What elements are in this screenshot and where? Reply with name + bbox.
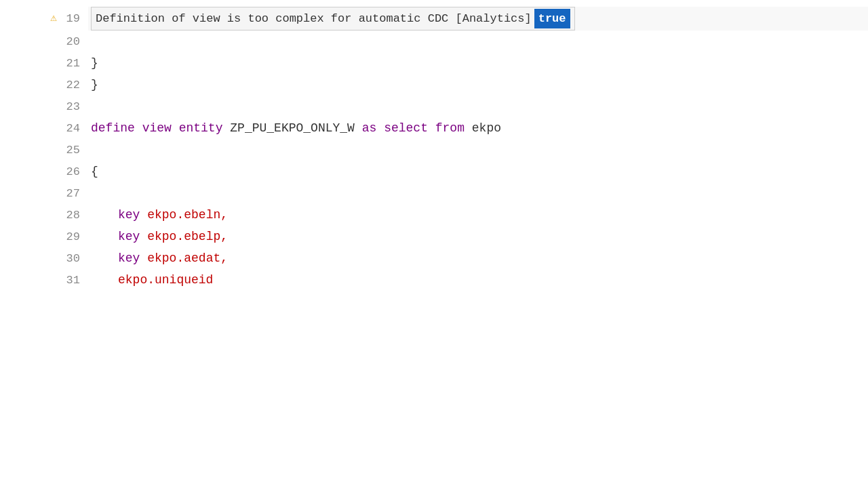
- line-content-30: key ekpo.aedat,: [88, 249, 868, 268]
- open-brace-26: {: [91, 165, 98, 178]
- line-content-24: define view entity ZP_PU_EKPO_ONLY_W as …: [88, 119, 868, 138]
- field-31: ekpo.uniqueid: [118, 273, 213, 287]
- line-number-29: 29: [61, 228, 80, 246]
- keyword-from: from: [435, 121, 465, 135]
- gutter-28: 28: [0, 206, 88, 224]
- keyword-as: as: [362, 121, 377, 135]
- error-tooltip: Definition of view is too complex for au…: [91, 7, 575, 30]
- field-29: ekpo.ebelp,: [147, 230, 228, 243]
- line-number-23: 23: [61, 98, 80, 116]
- line-23: 23: [0, 96, 868, 117]
- line-number-27: 27: [61, 184, 80, 203]
- line-20: 20: [0, 30, 868, 52]
- keyword-view: view: [142, 121, 172, 135]
- gutter-27: 27: [0, 184, 88, 203]
- keyword-key-28: key: [118, 208, 140, 222]
- line-number-28: 28: [61, 206, 80, 224]
- error-message: Definition of view is too complex for au…: [96, 9, 532, 28]
- brace-22: }: [91, 78, 98, 92]
- line-21: 21 }: [0, 52, 868, 74]
- keyword-entity: entity: [179, 121, 223, 135]
- line-number-19: 19: [61, 9, 80, 28]
- line-content-22: }: [88, 75, 868, 95]
- line-31: 31 ekpo.uniqueid: [0, 269, 868, 291]
- keyword-define: define: [91, 121, 135, 135]
- line-25: 25: [0, 139, 868, 161]
- gutter-24: 24: [0, 119, 88, 138]
- line-22: 22 }: [0, 74, 868, 96]
- code-editor: ⚠ 19 Definition of view is too complex f…: [0, 0, 868, 488]
- warning-icon: ⚠: [50, 10, 57, 28]
- gutter-26: 26: [0, 163, 88, 181]
- line-content-29: key ekpo.ebelp,: [88, 227, 868, 247]
- gutter-20: 20: [0, 33, 88, 51]
- field-28: ekpo.ebeln,: [147, 208, 228, 222]
- line-number-31: 31: [61, 271, 80, 289]
- line-number-30: 30: [61, 249, 80, 268]
- entity-name: ZP_PU_EKPO_ONLY_W: [230, 121, 361, 135]
- gutter-29: 29: [0, 228, 88, 246]
- line-28: 28 key ekpo.ebeln,: [0, 204, 868, 226]
- line-24: 24 define view entity ZP_PU_EKPO_ONLY_W …: [0, 117, 868, 139]
- gutter-31: 31: [0, 271, 88, 289]
- true-badge: true: [534, 9, 570, 28]
- line-content-21: }: [88, 54, 868, 73]
- gutter-22: 22: [0, 76, 88, 94]
- line-number-20: 20: [61, 33, 80, 51]
- line-19: ⚠ 19 Definition of view is too complex f…: [0, 7, 868, 30]
- gutter-23: 23: [0, 98, 88, 116]
- line-number-22: 22: [61, 76, 80, 94]
- brace-21: }: [91, 56, 98, 70]
- gutter-21: 21: [0, 54, 88, 73]
- line-content-26: {: [88, 162, 868, 182]
- gutter-30: 30: [0, 249, 88, 268]
- source-table: ekpo: [472, 121, 501, 135]
- field-30: ekpo.aedat,: [147, 251, 228, 265]
- line-content-28: key ekpo.ebeln,: [88, 205, 868, 225]
- line-number-25: 25: [61, 141, 80, 159]
- line-number-26: 26: [61, 163, 80, 181]
- gutter-25: 25: [0, 141, 88, 159]
- gutter-19: ⚠ 19: [0, 9, 88, 28]
- line-27: 27: [0, 182, 868, 204]
- line-content-19: Definition of view is too complex for au…: [88, 7, 868, 30]
- line-29: 29 key ekpo.ebelp,: [0, 226, 868, 247]
- line-30: 30 key ekpo.aedat,: [0, 247, 868, 269]
- line-number-24: 24: [61, 119, 80, 138]
- line-number-21: 21: [61, 54, 80, 73]
- line-content-31: ekpo.uniqueid: [88, 270, 868, 290]
- keyword-key-30: key: [118, 251, 140, 265]
- line-26: 26 {: [0, 161, 868, 182]
- keyword-select: select: [384, 121, 428, 135]
- keyword-key-29: key: [118, 230, 140, 243]
